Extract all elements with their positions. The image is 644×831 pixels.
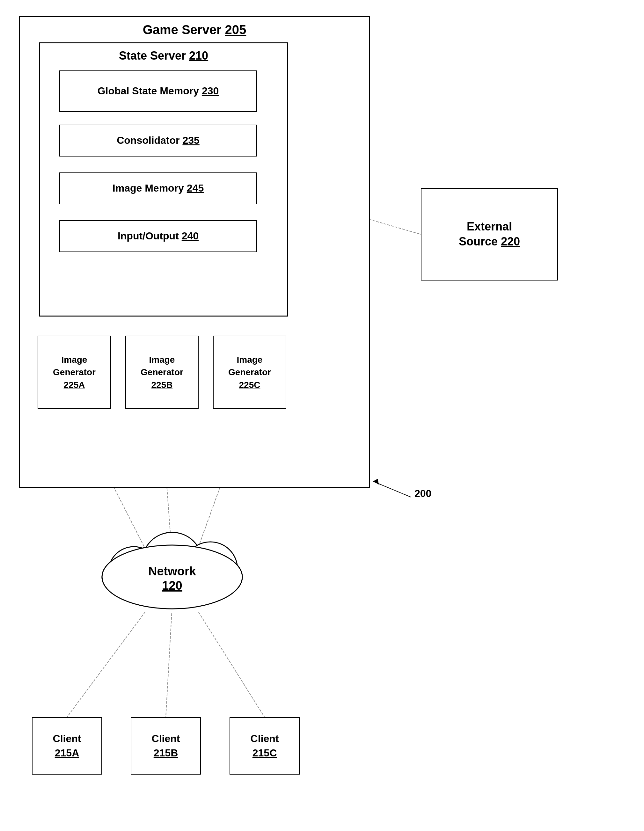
input-output-box: Input/Output 240 [59, 220, 257, 252]
client-b-box: Client215B [131, 717, 201, 775]
svg-marker-11 [373, 479, 379, 484]
client-a-box: Client215A [32, 717, 102, 775]
svg-line-9 [194, 606, 265, 717]
state-server-box: State Server 210 Global State Memory 230… [39, 42, 288, 317]
svg-text:120: 120 [162, 579, 182, 592]
svg-text:Network: Network [148, 565, 196, 578]
image-generator-a-box: ImageGenerator225A [38, 336, 111, 409]
svg-line-8 [166, 606, 172, 717]
svg-line-10 [373, 481, 411, 497]
game-server-box: Game Server 205 State Server 210 Global … [19, 16, 370, 488]
global-state-memory-box: Global State Memory 230 [59, 70, 257, 112]
image-memory-box: Image Memory 245 [59, 172, 257, 204]
client-c-box: Client215C [230, 717, 300, 775]
game-server-title: Game Server 205 [20, 16, 369, 37]
consolidator-box: Consolidator 235 [59, 125, 257, 156]
image-generator-c-box: ImageGenerator225C [213, 336, 286, 409]
image-generator-b-box: ImageGenerator225B [125, 336, 199, 409]
reference-200-label: 200 [414, 488, 431, 500]
svg-line-7 [67, 606, 150, 717]
external-source-box: ExternalSource 220 [421, 188, 558, 280]
state-server-title: State Server 210 [40, 43, 287, 62]
